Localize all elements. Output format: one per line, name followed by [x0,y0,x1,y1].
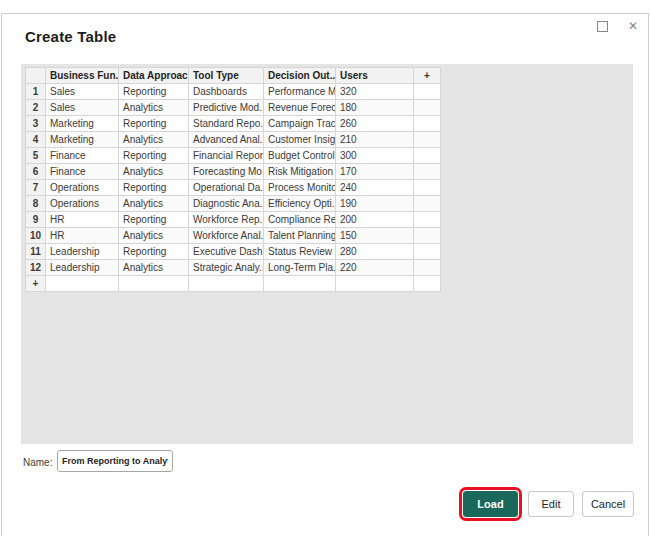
grid-cell[interactable]: Forecasting Mo... [189,164,264,180]
column-header[interactable]: Business Fun... [46,68,119,84]
row-number[interactable]: 12 [26,260,46,276]
grid-cell[interactable]: Executive Dash... [189,244,264,260]
cancel-button[interactable]: Cancel [582,491,634,517]
grid-cell[interactable]: Risk Mitigation [264,164,336,180]
table-name-input[interactable] [57,450,173,472]
grid-cell[interactable]: Reporting [119,212,189,228]
grid-cell[interactable]: 200 [336,212,414,228]
grid-cell-empty[interactable] [119,276,189,292]
grid-cell[interactable]: Operational Da... [189,180,264,196]
grid-cell[interactable]: 150 [336,228,414,244]
grid-cell-empty[interactable] [414,180,441,196]
grid-cell[interactable]: Predictive Mod... [189,100,264,116]
grid-cell[interactable]: Operations [46,196,119,212]
grid-cell[interactable]: 220 [336,260,414,276]
row-number[interactable]: 2 [26,100,46,116]
grid-cell[interactable]: 300 [336,148,414,164]
row-number[interactable]: 4 [26,132,46,148]
row-number[interactable]: 1 [26,84,46,100]
grid-cell[interactable]: Reporting [119,244,189,260]
grid-cell[interactable]: Analytics [119,196,189,212]
grid-cell-empty[interactable] [46,276,119,292]
grid-cell[interactable]: Process Monito... [264,180,336,196]
column-header[interactable]: Decision Out... [264,68,336,84]
grid-cell-empty[interactable] [414,132,441,148]
column-header[interactable]: Tool Type [189,68,264,84]
grid-cell-empty[interactable] [414,148,441,164]
grid-cell-empty[interactable] [414,100,441,116]
grid-cell[interactable]: Reporting [119,180,189,196]
add-row-button[interactable]: + [26,276,46,292]
grid-cell[interactable]: Operations [46,180,119,196]
close-button[interactable]: ✕ [624,17,642,35]
add-column-button[interactable]: + [414,68,441,84]
grid-cell[interactable]: HR [46,212,119,228]
grid-cell-empty[interactable] [189,276,264,292]
row-number[interactable]: 5 [26,148,46,164]
grid-cell[interactable]: Analytics [119,132,189,148]
grid-cell[interactable]: Reporting [119,116,189,132]
grid-cell[interactable]: Revenue Forec... [264,100,336,116]
grid-cell[interactable]: Dashboards [189,84,264,100]
grid-cell[interactable]: Efficiency Opti... [264,196,336,212]
grid-cell[interactable]: Leadership [46,244,119,260]
grid-cell-empty[interactable] [414,196,441,212]
grid-cell[interactable]: Reporting [119,148,189,164]
grid-cell[interactable]: Campaign Trac... [264,116,336,132]
grid-cell-empty[interactable] [414,244,441,260]
row-number[interactable]: 11 [26,244,46,260]
grid-cell[interactable]: Analytics [119,100,189,116]
grid-cell[interactable]: 210 [336,132,414,148]
grid-cell[interactable]: Analytics [119,228,189,244]
grid-cell[interactable]: Talent Planning [264,228,336,244]
grid-cell[interactable]: Analytics [119,260,189,276]
grid-cell-empty[interactable] [414,212,441,228]
grid-cell[interactable]: Status Review [264,244,336,260]
grid-cell-empty[interactable] [414,164,441,180]
grid-cell[interactable]: Budget Control [264,148,336,164]
grid-cell[interactable]: Advanced Anal... [189,132,264,148]
grid-cell[interactable]: Finance [46,148,119,164]
grid-cell[interactable]: Workforce Rep... [189,212,264,228]
grid-cell-empty[interactable] [414,116,441,132]
grid-cell[interactable]: Analytics [119,164,189,180]
row-number[interactable]: 8 [26,196,46,212]
grid-cell[interactable]: Standard Repo... [189,116,264,132]
row-number[interactable]: 6 [26,164,46,180]
grid-cell-empty[interactable] [336,276,414,292]
row-number[interactable]: 3 [26,116,46,132]
grid-cell[interactable]: Workforce Anal... [189,228,264,244]
grid-cell-empty[interactable] [414,276,441,292]
grid-cell[interactable]: Compliance Re... [264,212,336,228]
maximize-button[interactable] [593,17,611,35]
grid-cell[interactable]: Marketing [46,132,119,148]
grid-cell[interactable]: Reporting [119,84,189,100]
grid-cell[interactable]: Long-Term Pla... [264,260,336,276]
row-number[interactable]: 9 [26,212,46,228]
grid-cell[interactable]: Strategic Analy... [189,260,264,276]
grid-cell[interactable]: 240 [336,180,414,196]
grid-cell[interactable]: Marketing [46,116,119,132]
column-header[interactable]: Data Approach [119,68,189,84]
grid-cell[interactable]: Sales [46,100,119,116]
grid-cell-empty[interactable] [414,228,441,244]
grid-cell[interactable]: 180 [336,100,414,116]
grid-cell[interactable]: 320 [336,84,414,100]
grid-cell[interactable]: Diagnostic Ana... [189,196,264,212]
grid-cell-empty[interactable] [414,84,441,100]
grid-cell[interactable]: Sales [46,84,119,100]
grid-cell-empty[interactable] [414,260,441,276]
grid-cell[interactable]: 170 [336,164,414,180]
grid-cell[interactable]: Financial Reports [189,148,264,164]
grid-cell[interactable]: Leadership [46,260,119,276]
row-number[interactable]: 7 [26,180,46,196]
column-header[interactable]: Users [336,68,414,84]
grid-cell[interactable]: Customer Insig... [264,132,336,148]
grid-cell[interactable]: Performance M... [264,84,336,100]
grid-cell-empty[interactable] [264,276,336,292]
edit-button[interactable]: Edit [528,491,574,517]
grid-cell[interactable]: 190 [336,196,414,212]
load-button[interactable]: Load [463,491,518,517]
grid-cell[interactable]: Finance [46,164,119,180]
grid-cell[interactable]: 280 [336,244,414,260]
